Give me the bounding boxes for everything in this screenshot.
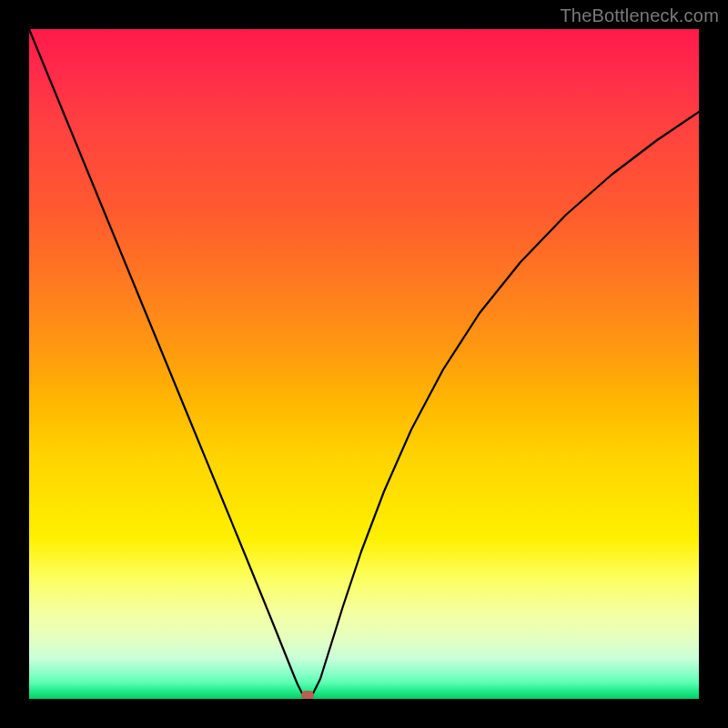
watermark-text: TheBottleneck.com	[560, 5, 719, 26]
bottleneck-curve	[29, 29, 699, 699]
minimum-marker	[301, 691, 314, 699]
plot-area	[29, 29, 699, 699]
chart-frame: TheBottleneck.com	[0, 0, 728, 728]
